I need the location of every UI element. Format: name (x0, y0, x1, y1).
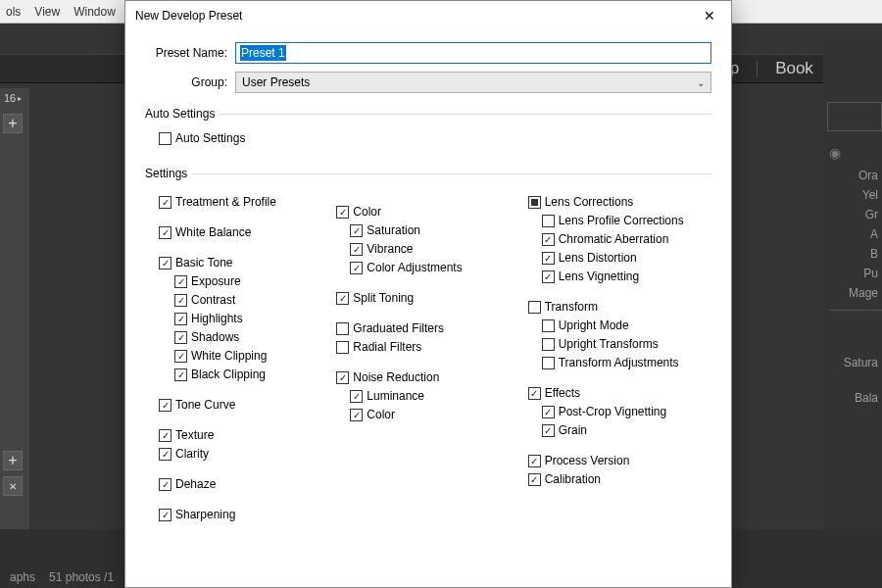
contrast-checkbox[interactable] (174, 294, 187, 307)
label-purple: Pu (829, 267, 882, 280)
graduated-filters-label: Graduated Filters (353, 320, 444, 337)
shadows-checkbox[interactable] (174, 331, 187, 344)
calibration-checkbox[interactable] (528, 473, 541, 486)
lens-vignetting-label: Lens Vignetting (559, 269, 640, 285)
luminance-checkbox[interactable] (350, 390, 363, 403)
group-select[interactable]: User Presets ⌄ (235, 72, 711, 93)
dehaze-checkbox[interactable] (159, 478, 172, 491)
lens-distortion-label: Lens Distortion (559, 250, 637, 267)
transform-adjustments-checkbox[interactable] (542, 357, 555, 369)
tone-curve-checkbox[interactable] (159, 399, 172, 412)
upright-mode-label: Upright Mode (559, 318, 629, 334)
highlights-label: Highlights (191, 311, 243, 327)
luminance-label: Luminance (367, 388, 424, 405)
lens-vignetting-checkbox[interactable] (542, 270, 555, 283)
vibrance-checkbox[interactable] (350, 243, 363, 256)
white-balance-checkbox[interactable] (159, 226, 172, 239)
white-clipping-checkbox[interactable] (174, 350, 187, 363)
lens-distortion-checkbox[interactable] (542, 252, 555, 265)
transform-label: Transform (545, 299, 598, 316)
texture-checkbox[interactable] (159, 429, 172, 442)
process-version-checkbox[interactable] (528, 455, 541, 467)
chromatic-checkbox[interactable] (542, 233, 555, 246)
upright-mode-checkbox[interactable] (542, 319, 555, 332)
settings-group: Settings Treatment & Profile White Balan… (145, 167, 711, 529)
radial-filters-label: Radial Filters (353, 339, 421, 356)
transform-checkbox[interactable] (528, 301, 541, 314)
color-checkbox[interactable] (336, 206, 349, 219)
auto-settings-legend: Auto Settings (145, 107, 219, 121)
saturation-checkbox[interactable] (350, 224, 363, 237)
lens-profile-checkbox[interactable] (542, 215, 555, 227)
bg-left-strip: 16▸ + + ✕ (0, 88, 29, 529)
tone-curve-label: Tone Curve (175, 397, 235, 414)
group-label: Group: (145, 75, 235, 89)
dialog-titlebar: New Develop Preset ✕ (125, 1, 731, 30)
calibration-label: Calibration (545, 471, 601, 488)
menu-window[interactable]: Window (74, 5, 116, 19)
color-adjustments-label: Color Adjustments (367, 260, 462, 276)
label-magenta: Mage (829, 286, 882, 300)
label-saturation: Satura (829, 356, 882, 369)
nr-color-label: Color (367, 407, 395, 423)
nr-color-checkbox[interactable] (350, 409, 363, 421)
grain-checkbox[interactable] (542, 424, 555, 437)
lens-corrections-label: Lens Corrections (545, 194, 634, 211)
black-clipping-checkbox[interactable] (174, 368, 187, 381)
upright-transforms-label: Upright Transforms (559, 336, 659, 353)
effects-checkbox[interactable] (528, 387, 541, 400)
clarity-label: Clarity (175, 446, 209, 463)
noise-reduction-label: Noise Reduction (353, 369, 439, 386)
sharpening-checkbox[interactable] (159, 509, 172, 521)
group-select-value: User Presets (242, 75, 310, 89)
new-develop-preset-dialog: New Develop Preset ✕ Preset Name: Preset… (124, 0, 732, 588)
shadows-label: Shadows (191, 329, 239, 346)
upright-transforms-checkbox[interactable] (542, 338, 555, 351)
chromatic-label: Chromatic Aberration (559, 231, 669, 248)
post-crop-label: Post-Crop Vignetting (559, 404, 667, 420)
chevron-down-icon: ⌄ (697, 77, 705, 88)
color-adjustments-checkbox[interactable] (350, 262, 363, 274)
tab-divider (757, 61, 758, 76)
settings-col-3: Lens Corrections Lens Profile Correction… (528, 192, 711, 525)
plus-icon-2[interactable]: + (3, 451, 23, 470)
preset-name-input[interactable]: Preset 1 (235, 42, 711, 64)
exposure-checkbox[interactable] (174, 275, 187, 288)
close-icon[interactable]: ✕ (3, 476, 23, 496)
transform-adjustments-label: Transform Adjustments (559, 355, 679, 371)
auto-settings-label: Auto Settings (175, 130, 245, 147)
lens-profile-label: Lens Profile Corrections (559, 213, 684, 229)
treatment-profile-checkbox[interactable] (159, 196, 172, 209)
vibrance-label: Vibrance (367, 241, 413, 258)
clarity-checkbox[interactable] (159, 448, 172, 461)
tab-book[interactable]: Book (775, 59, 813, 78)
white-balance-label: White Balance (175, 224, 251, 241)
basic-tone-checkbox[interactable] (159, 257, 172, 270)
footer-photo-count: 51 photos /1 (49, 570, 114, 584)
bg-left-count: 16▸ (0, 88, 29, 108)
label-blue: B (829, 247, 882, 261)
treatment-profile-label: Treatment & Profile (175, 194, 276, 211)
plus-icon[interactable]: + (3, 114, 23, 133)
highlights-checkbox[interactable] (174, 313, 187, 325)
noise-reduction-checkbox[interactable] (336, 371, 349, 384)
lens-corrections-checkbox[interactable] (528, 196, 541, 209)
label-yellow: Yel (829, 188, 882, 202)
split-toning-label: Split Toning (353, 290, 414, 307)
close-icon[interactable]: ✕ (692, 2, 727, 29)
settings-legend: Settings (145, 167, 191, 180)
effects-label: Effects (545, 385, 580, 402)
menu-tools[interactable]: ols (6, 5, 21, 19)
dialog-title: New Develop Preset (135, 9, 242, 23)
label-balance: Bala (829, 391, 882, 405)
auto-settings-checkbox[interactable] (159, 132, 172, 145)
label-orange: Ora (829, 169, 882, 182)
split-toning-checkbox[interactable] (336, 292, 349, 305)
process-version-label: Process Version (545, 453, 630, 469)
menu-view[interactable]: View (34, 5, 60, 19)
settings-col-2: Color Saturation Vibrance Color Adjustme… (336, 192, 519, 525)
graduated-filters-checkbox[interactable] (336, 322, 349, 335)
radial-filters-checkbox[interactable] (336, 341, 349, 354)
basic-tone-label: Basic Tone (175, 255, 232, 271)
post-crop-checkbox[interactable] (542, 406, 555, 418)
